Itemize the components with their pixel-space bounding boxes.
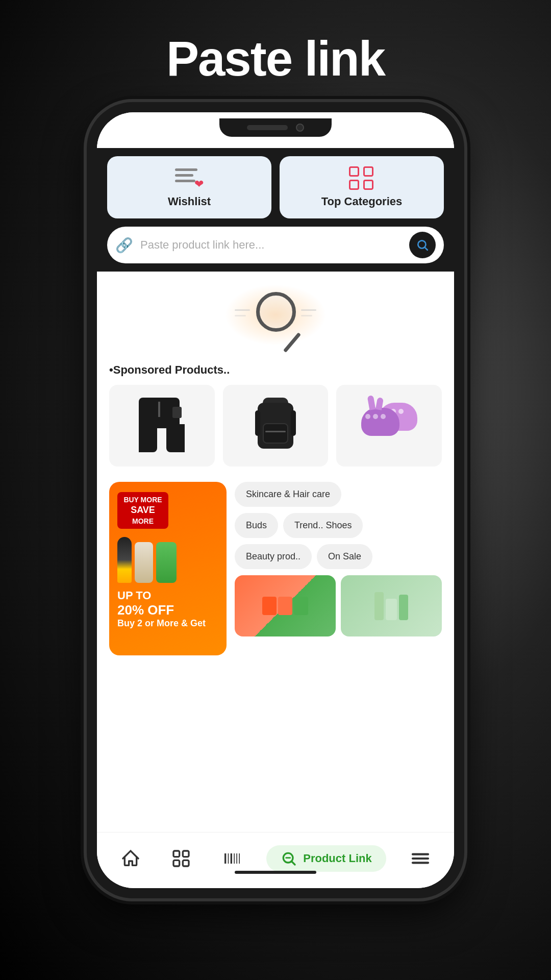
svg-rect-10 xyxy=(236,853,237,864)
search-icon xyxy=(416,238,429,252)
sponsored-title: •Sponsored Products.. xyxy=(109,363,442,377)
grid-icon xyxy=(171,848,191,869)
notch xyxy=(219,118,332,137)
link-icon: 🔗 xyxy=(115,237,133,254)
svg-rect-4 xyxy=(173,860,180,866)
phone-screen: ❤ Wishlist Top Categories xyxy=(97,112,454,888)
cat-chip-buds[interactable]: Buds xyxy=(235,513,278,538)
cat-images-row xyxy=(235,575,442,636)
lower-section: BUY MORE SAVE MORE UP TO 20% OFF xyxy=(97,477,454,666)
notch-camera xyxy=(296,124,304,132)
search-bar[interactable]: 🔗 Paste product link here... xyxy=(107,227,444,263)
svg-rect-6 xyxy=(224,853,226,864)
svg-rect-8 xyxy=(230,853,232,864)
notch-area xyxy=(97,112,454,148)
scan-barcode-icon xyxy=(222,848,242,869)
product-card-crocs[interactable] xyxy=(336,385,442,467)
cat-chip-on-sale[interactable]: On Sale xyxy=(317,544,372,569)
menu-icon xyxy=(410,848,431,869)
top-categories-label: Top Categories xyxy=(321,195,403,208)
nav-scan[interactable] xyxy=(216,844,248,873)
promo-text: UP TO 20% OFF Buy 2 or More & Get xyxy=(117,589,218,629)
top-bar: ❤ Wishlist Top Categories xyxy=(97,148,454,272)
magnifier-illustration xyxy=(235,287,316,353)
wishlist-heart-icon: ❤ xyxy=(194,178,204,191)
phone-frame: ❤ Wishlist Top Categories xyxy=(87,102,464,898)
cat-chip-beauty[interactable]: Beauty prod.. xyxy=(235,544,312,569)
cat-chip-row-3: Beauty prod.. On Sale xyxy=(235,544,442,569)
svg-rect-3 xyxy=(183,851,189,857)
page-title: Paste link xyxy=(0,0,551,107)
main-content: •Sponsored Products.. xyxy=(97,272,454,832)
svg-rect-7 xyxy=(228,853,229,864)
wishlist-button[interactable]: ❤ Wishlist xyxy=(107,156,271,218)
categories-grid-icon xyxy=(349,166,374,190)
svg-rect-11 xyxy=(239,853,240,864)
home-icon xyxy=(120,848,141,869)
motion-lines-left xyxy=(235,309,250,316)
search-input-placeholder[interactable]: Paste product link here... xyxy=(140,238,402,252)
cat-chip-shoes[interactable]: Trend.. Shoes xyxy=(283,513,363,538)
nav-product-link[interactable]: Product Link xyxy=(266,845,386,872)
motion-lines-right xyxy=(301,309,316,316)
nav-grid[interactable] xyxy=(165,844,197,873)
categories-side: Skincare & Hair care Buds Trend.. Shoes xyxy=(235,482,442,655)
svg-line-13 xyxy=(292,862,295,865)
promo-badge: BUY MORE SAVE MORE xyxy=(117,492,168,529)
wishlist-label: Wishlist xyxy=(168,195,211,208)
product-card-shorts[interactable] xyxy=(109,385,215,467)
sponsored-section: •Sponsored Products.. xyxy=(97,358,454,477)
top-categories-button[interactable]: Top Categories xyxy=(280,156,444,218)
magnifier-glass xyxy=(256,292,296,332)
search-button[interactable] xyxy=(409,232,436,258)
notch-speaker xyxy=(247,125,288,130)
product-card-backpack[interactable] xyxy=(223,385,329,467)
promo-products-img xyxy=(117,537,218,583)
svg-rect-9 xyxy=(234,853,235,864)
top-buttons-row: ❤ Wishlist Top Categories xyxy=(107,156,444,218)
search-illustration xyxy=(97,272,454,358)
product-link-icon xyxy=(281,850,297,867)
cat-image-skincare[interactable] xyxy=(341,575,442,636)
nav-menu[interactable] xyxy=(404,844,437,873)
svg-rect-2 xyxy=(173,851,180,857)
svg-rect-5 xyxy=(183,860,189,866)
cat-image-clothes[interactable] xyxy=(235,575,336,636)
bottom-nav: Product Link xyxy=(97,832,454,888)
cat-chip-row-2: Buds Trend.. Shoes xyxy=(235,513,442,538)
promo-banner[interactable]: BUY MORE SAVE MORE UP TO 20% OFF xyxy=(109,482,227,655)
cat-chip-row-1: Skincare & Hair care xyxy=(235,482,442,507)
svg-line-1 xyxy=(425,248,428,250)
product-link-label: Product Link xyxy=(303,852,371,865)
crocs-image xyxy=(361,403,417,449)
sponsored-products-list xyxy=(109,385,442,467)
nav-home[interactable] xyxy=(114,844,147,873)
backpack-image xyxy=(255,398,296,454)
home-indicator xyxy=(235,871,316,874)
page-container: Paste link xyxy=(0,0,551,107)
cat-chip-skincare[interactable]: Skincare & Hair care xyxy=(235,482,341,507)
shorts-image xyxy=(139,398,185,454)
